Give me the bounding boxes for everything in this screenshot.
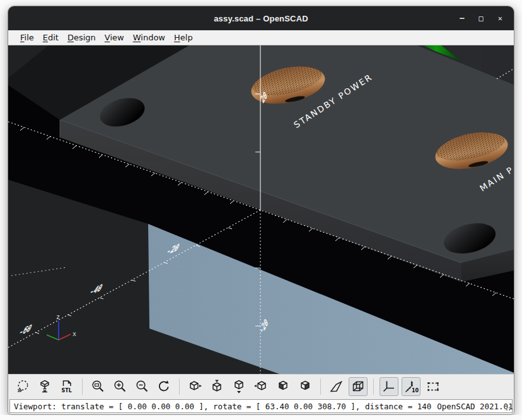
scale-markers-label: 10 [412, 388, 419, 394]
titlebar[interactable]: assy.scad – OpenSCAD – □ ✕ [8, 6, 514, 30]
view-left-button[interactable] [252, 377, 270, 396]
toolbar-separator [82, 378, 83, 395]
statusbar: Viewport: translate = [ 0.00 0.00 0.00 ]… [8, 399, 514, 414]
menu-help[interactable]: Help [170, 32, 197, 44]
version-text: OpenSCAD 2021.01 [437, 402, 513, 411]
menu-view-label: iew [110, 33, 124, 42]
viewport-status-text: Viewport: translate = [ 0.00 0.00 0.00 ]… [14, 402, 431, 411]
menu-edit-label: dit [48, 33, 59, 42]
menu-window-mnemonic: W [133, 33, 141, 42]
maximize-button[interactable]: □ [479, 15, 484, 22]
view-bottom-button[interactable] [229, 377, 248, 396]
close-button[interactable]: ✕ [498, 15, 502, 22]
menu-window-label: indow [141, 33, 165, 42]
export-stl-button[interactable]: STL [57, 377, 76, 396]
menu-design-mnemonic: D [67, 33, 74, 42]
menu-window[interactable]: Window [129, 32, 170, 44]
menu-file-label: ile [25, 33, 34, 42]
openscad-window: assy.scad – OpenSCAD – □ ✕ File Edit Des… [8, 6, 514, 415]
3d-viewport-canvas[interactable]: STANDBY POWER MAIN P [8, 45, 514, 374]
show-scale-markers-button[interactable]: 10 [402, 377, 420, 396]
zoom-in-button[interactable] [110, 377, 129, 396]
window-title: assy.scad – OpenSCAD [214, 14, 308, 23]
status-field: Viewport: translate = [ 0.00 0.00 0.00 ]… [9, 399, 513, 413]
view-top-button[interactable] [207, 377, 226, 396]
zoom-all-button[interactable] [88, 377, 107, 396]
toolbar-separator [373, 378, 374, 395]
render-button[interactable] [35, 377, 54, 396]
reset-view-button[interactable] [154, 377, 173, 396]
axis-indicator-x-label: x [72, 330, 76, 337]
view-toolbar: » STL [8, 374, 514, 399]
view-all-button[interactable] [424, 377, 443, 396]
preview-glyph: » [17, 385, 22, 395]
menu-view[interactable]: View [100, 32, 129, 44]
view-front-button[interactable] [274, 377, 293, 396]
view-back-button[interactable] [296, 377, 315, 396]
menu-design[interactable]: Design [63, 32, 100, 44]
show-axes-button[interactable] [380, 377, 398, 396]
preview-button[interactable]: » [13, 377, 32, 396]
zoom-out-button[interactable] [132, 377, 151, 396]
menubar: File Edit Design View Window Help [8, 30, 514, 45]
menu-file[interactable]: File [16, 32, 38, 44]
view-right-button[interactable] [185, 377, 204, 396]
stl-label: STL [62, 388, 72, 394]
3d-viewport[interactable]: STANDBY POWER MAIN P [8, 45, 514, 374]
menu-help-mnemonic: H [174, 33, 180, 42]
menu-design-label: esign [74, 33, 96, 42]
axis-indicator-z-label: z [56, 313, 60, 320]
toolbar-separator [179, 378, 180, 395]
view-orthogonal-button[interactable] [349, 377, 368, 396]
view-diagonal-button[interactable] [327, 377, 345, 396]
toolbar-separator [320, 378, 321, 395]
menu-edit-mnemonic: E [43, 33, 48, 42]
minimize-button[interactable]: – [460, 15, 464, 22]
menu-edit[interactable]: Edit [38, 32, 63, 44]
window-controls: – □ ✕ [460, 6, 502, 30]
menu-help-label: elp [180, 33, 193, 42]
